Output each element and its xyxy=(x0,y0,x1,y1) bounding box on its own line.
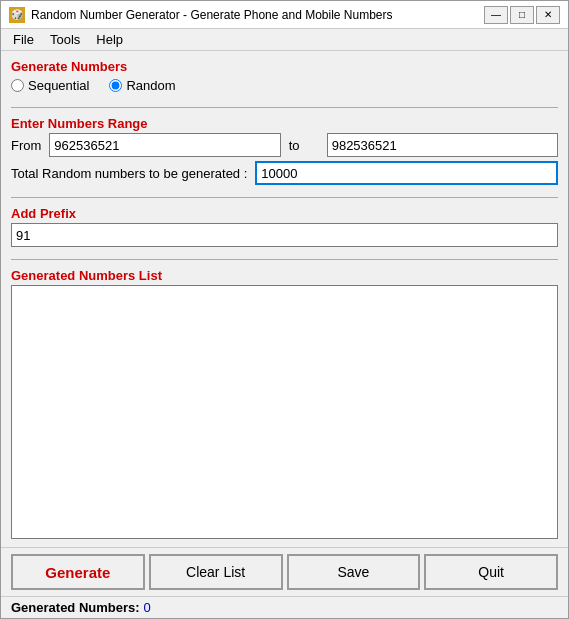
generate-button[interactable]: Generate xyxy=(11,554,145,590)
from-input[interactable] xyxy=(49,133,280,157)
clear-list-button[interactable]: Clear List xyxy=(149,554,283,590)
app-icon: 🎲 xyxy=(9,7,25,23)
range-label: Enter Numbers Range xyxy=(11,116,558,131)
window-title: Random Number Generator - Generate Phone… xyxy=(31,8,484,22)
main-window: 🎲 Random Number Generator - Generate Pho… xyxy=(0,0,569,619)
menu-file[interactable]: File xyxy=(5,30,42,49)
sequential-label: Sequential xyxy=(28,78,89,93)
button-row: Generate Clear List Save Quit xyxy=(1,547,568,596)
generated-list-label: Generated Numbers List xyxy=(11,268,558,283)
generate-numbers-section: Generate Numbers Sequential Random xyxy=(11,59,558,95)
generated-list-section: Generated Numbers List xyxy=(11,268,558,539)
menu-help[interactable]: Help xyxy=(88,30,131,49)
radio-group: Sequential Random xyxy=(11,76,558,95)
sequential-radio-label[interactable]: Sequential xyxy=(11,78,89,93)
menu-tools[interactable]: Tools xyxy=(42,30,88,49)
main-content: Generate Numbers Sequential Random Enter… xyxy=(1,51,568,547)
minimize-button[interactable]: — xyxy=(484,6,508,24)
to-label: to xyxy=(289,138,319,153)
divider-1 xyxy=(11,107,558,108)
total-row: Total Random numbers to be generated : xyxy=(11,161,558,185)
random-label: Random xyxy=(126,78,175,93)
status-bar: Generated Numbers: 0 xyxy=(1,596,568,618)
generated-numbers-list[interactable] xyxy=(11,285,558,539)
generate-numbers-label: Generate Numbers xyxy=(11,59,558,74)
range-section: Enter Numbers Range From to Total Random… xyxy=(11,116,558,185)
to-input[interactable] xyxy=(327,133,558,157)
prefix-section: Add Prefix xyxy=(11,206,558,247)
prefix-input[interactable] xyxy=(11,223,558,247)
quit-button[interactable]: Quit xyxy=(424,554,558,590)
window-controls: — □ ✕ xyxy=(484,6,560,24)
maximize-button[interactable]: □ xyxy=(510,6,534,24)
prefix-label: Add Prefix xyxy=(11,206,558,221)
menu-bar: File Tools Help xyxy=(1,29,568,51)
total-input[interactable] xyxy=(255,161,558,185)
status-label: Generated Numbers: xyxy=(11,600,140,615)
from-label: From xyxy=(11,138,41,153)
total-label: Total Random numbers to be generated : xyxy=(11,166,247,181)
save-button[interactable]: Save xyxy=(287,554,421,590)
close-button[interactable]: ✕ xyxy=(536,6,560,24)
divider-3 xyxy=(11,259,558,260)
random-radio[interactable] xyxy=(109,79,122,92)
divider-2 xyxy=(11,197,558,198)
range-from-row: From to xyxy=(11,133,558,157)
random-radio-label[interactable]: Random xyxy=(109,78,175,93)
sequential-radio[interactable] xyxy=(11,79,24,92)
title-bar: 🎲 Random Number Generator - Generate Pho… xyxy=(1,1,568,29)
status-value: 0 xyxy=(144,600,151,615)
